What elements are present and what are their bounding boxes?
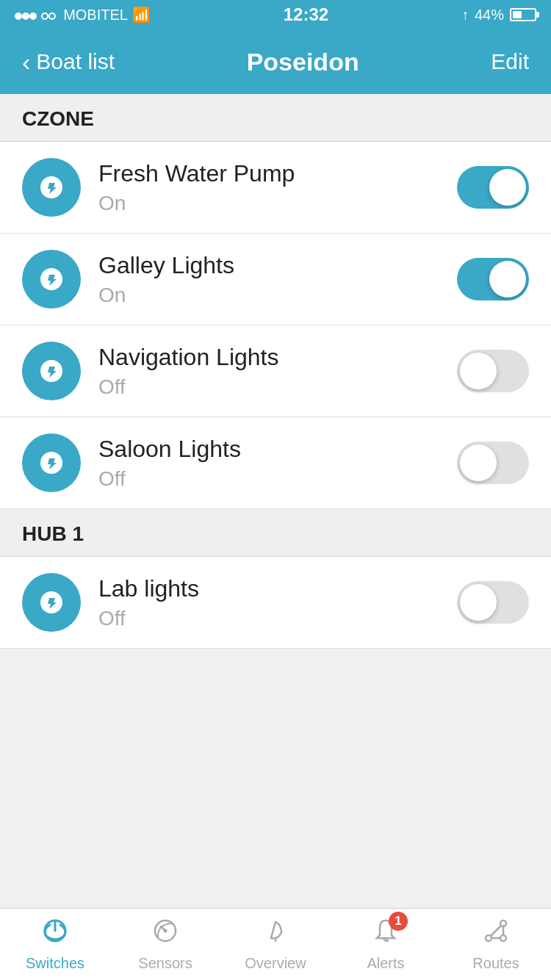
item-icon-lab-lights [22,573,81,632]
toggle-saloon-lights[interactable] [457,442,529,484]
battery-label: 44% [475,7,504,24]
item-status: On [98,192,457,215]
leaf-icon [262,918,289,951]
item-name: Galley Lights [98,252,457,279]
status-right: ↑ 44% [461,7,536,24]
switch-icon [35,446,68,480]
czone-list: Fresh Water Pump On Galley Lights On [0,142,551,509]
toggle-knob [460,353,497,389]
item-icon-fresh-water-pump [22,158,81,217]
item-icon-saloon-lights [22,433,81,492]
item-status: Off [98,467,457,491]
item-info: Galley Lights On [98,252,457,307]
nav-title: Poseidon [247,48,359,76]
section-header-hub1: HUB 1 [0,509,551,557]
list-item: Navigation Lights Off [0,325,551,417]
tab-alerts[interactable]: 1 Alerts [331,909,441,980]
edit-button[interactable]: Edit [491,49,529,74]
item-icon-navigation-lights [22,342,81,400]
item-info: Navigation Lights Off [98,344,457,399]
status-bar: MOBITEL 📶 12:32 ↑ 44% [0,0,551,29]
list-item: Saloon Lights Off [0,417,551,509]
switch-icon [35,354,68,388]
power-icon [42,918,68,951]
battery-icon [510,8,536,21]
toggle-lab-lights[interactable] [457,581,529,624]
tab-routes[interactable]: Routes [441,909,551,980]
item-icon-galley-lights [22,250,81,309]
status-left: MOBITEL 📶 [15,5,151,24]
list-item: Fresh Water Pump On [0,142,551,234]
tab-switches-label: Switches [26,955,84,972]
item-status: On [98,284,457,307]
switch-icon [35,586,68,619]
carrier-label: MOBITEL [63,7,128,24]
toggle-knob [460,584,497,621]
item-info: Fresh Water Pump On [98,160,457,215]
bell-icon: 1 [372,918,399,951]
switch-icon [35,170,68,204]
nav-bar: ‹ Boat list Poseidon Edit [0,29,551,94]
toggle-fresh-water-pump[interactable] [457,166,529,209]
item-name: Navigation Lights [98,344,457,371]
back-arrow-icon: ‹ [22,48,30,76]
location-icon: ↑ [461,7,469,24]
signal-dots [15,5,56,24]
hub1-list: Lab lights Off [0,557,551,649]
toggle-knob [489,169,526,206]
tab-routes-label: Routes [472,955,519,972]
status-time: 12:32 [284,4,328,25]
alerts-badge: 1 [389,912,408,931]
back-label: Boat list [36,49,115,74]
section-header-czone: CZONE [0,94,551,142]
list-item: Lab lights Off [0,557,551,649]
item-name: Lab lights [98,575,457,602]
tab-bar: Switches Sensors Overview [0,908,551,980]
toggle-knob [489,261,526,298]
toggle-knob [460,444,497,481]
wifi-icon: 📶 [132,6,151,24]
toggle-navigation-lights[interactable] [457,350,529,392]
tab-sensors[interactable]: Sensors [110,909,220,980]
toggle-galley-lights[interactable] [457,258,529,300]
item-info: Lab lights Off [98,575,457,630]
content: CZONE Fresh Water Pump On [0,94,551,722]
switch-icon [35,262,68,296]
item-status: Off [98,607,457,630]
tab-overview-label: Overview [245,955,306,972]
tab-alerts-label: Alerts [367,955,404,972]
tab-sensors-label: Sensors [138,955,192,972]
item-name: Fresh Water Pump [98,160,457,187]
list-item: Galley Lights On [0,234,551,325]
tab-overview[interactable]: Overview [220,909,331,980]
item-status: Off [98,375,457,399]
item-name: Saloon Lights [98,436,457,463]
back-button[interactable]: ‹ Boat list [22,48,115,76]
item-info: Saloon Lights Off [98,436,457,491]
svg-point-4 [164,929,168,932]
tab-switches[interactable]: Switches [0,909,110,980]
gauge-icon [152,918,179,951]
routes-icon [483,918,509,951]
